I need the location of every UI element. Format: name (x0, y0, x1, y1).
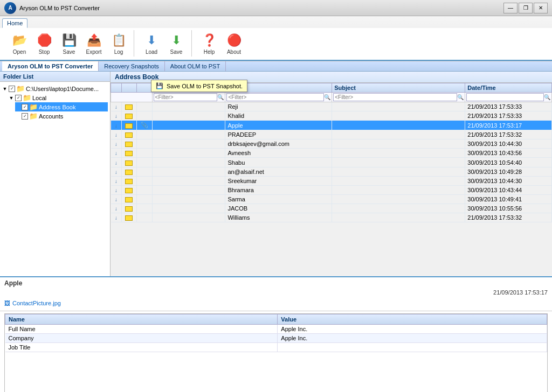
open-button[interactable]: 📂 Open (8, 30, 31, 57)
cell-attach (137, 204, 152, 213)
ribbon-tab-home[interactable]: Home (2, 18, 27, 28)
table-row[interactable]: ↓ 📎 Apple 21/09/2013 17:53:17 (111, 121, 552, 130)
email-icon (125, 206, 133, 212)
log-label: Log (114, 49, 123, 55)
tree-item-local[interactable]: ▼ 📁 Local (9, 93, 108, 102)
email-icon (125, 197, 133, 202)
cell-flag: ↓ (111, 176, 122, 185)
tree-item-address-book[interactable]: 📁 Address Book (15, 102, 108, 111)
tree-root[interactable]: ▼ 📁 C:\Users\laptop1\Docume... (2, 84, 108, 93)
cell-datetime: 30/09/2013 10:44:30 (465, 139, 552, 149)
save2-icon: ⬇ (168, 32, 185, 49)
email-icon (125, 215, 133, 221)
subtab-about[interactable]: About OLM to PST (165, 61, 226, 71)
log-button[interactable]: 📋 Log (107, 30, 130, 57)
flag-icon: ↓ (115, 206, 118, 212)
minimize-button[interactable]: — (503, 3, 518, 13)
cell-icon (121, 176, 136, 185)
export-icon: 📤 (85, 32, 102, 49)
col-header-datetime[interactable]: Date/Time (465, 83, 552, 93)
cell-from: Apple (225, 121, 332, 130)
cell-to (152, 102, 225, 111)
titlebar: A Aryson OLM to PST Converter — ❐ ✕ (0, 0, 552, 16)
table-row[interactable]: ↓ Khalid 21/09/2013 17:53:33 (111, 111, 552, 121)
table-row[interactable]: ↓ an@alsaif.net 30/09/2013 10:49:28 (111, 167, 552, 176)
maximize-button[interactable]: ❐ (519, 3, 533, 13)
tree-folder-icon-local: 📁 (23, 94, 31, 102)
save-button[interactable]: 💾 Save (57, 30, 81, 57)
table-row[interactable]: ↓ Sarma 30/09/2013 10:49:41 (111, 194, 552, 204)
table-row[interactable]: ↓ Bhramara 30/09/2013 10:43:44 (111, 185, 552, 194)
cell-from: PRADEEP (225, 130, 332, 139)
props-row: Company Apple Inc. (5, 334, 547, 343)
export-label: Export (86, 49, 102, 55)
tree-label-accounts: Accounts (39, 113, 63, 120)
prop-name: Company (5, 334, 278, 343)
props-row: Job Title (5, 343, 547, 352)
tree-checkbox-root[interactable] (9, 86, 15, 92)
cell-flag: ↓ (111, 121, 122, 130)
table-row[interactable]: ↓ Shabu 30/09/2013 10:54:40 (111, 158, 552, 167)
cell-attach: 📎 (137, 121, 152, 130)
flag-icon: ↓ (115, 150, 118, 156)
cell-flag: ↓ (111, 167, 122, 176)
filter-datetime[interactable] (466, 93, 544, 101)
filter-to[interactable] (154, 93, 218, 101)
cell-from: Reji (225, 102, 332, 111)
cell-flag: ↓ (111, 139, 122, 149)
table-row[interactable]: ↓ Williams 21/09/2013 17:53:32 (111, 213, 552, 222)
subtab-converter[interactable]: Aryson OLM to PST Converter (2, 61, 99, 71)
filter-subject[interactable] (333, 93, 457, 101)
close-button[interactable]: ✕ (534, 3, 548, 13)
flag-icon: ↓ (115, 123, 118, 129)
tree-checkbox-ab[interactable] (22, 104, 28, 110)
cell-to (152, 130, 225, 139)
load-button[interactable]: ⬇ Load (140, 30, 163, 57)
table-row[interactable]: ↓ JACOB 30/09/2013 10:55:56 (111, 204, 552, 213)
email-table-container: To From Subject Date/Time 🔍 🔍 🔍 🔍 (111, 83, 552, 223)
cell-icon (121, 167, 136, 176)
save2-button[interactable]: ⬇ Save (164, 30, 188, 57)
table-row[interactable]: ↓ PRADEEP 21/09/2013 17:53:32 (111, 130, 552, 139)
table-row[interactable]: ↓ Reji 21/09/2013 17:53:33 (111, 102, 552, 111)
table-row[interactable]: ↓ Sreekumar 30/09/2013 10:44:30 (111, 176, 552, 185)
cell-flag: ↓ (111, 213, 122, 222)
ribbon-group-actions: ⬇ Load ⬇ Save (136, 30, 192, 57)
about-button[interactable]: 🔴 About (222, 30, 246, 57)
tooltip-icon: 💾 (156, 82, 163, 89)
tree-checkbox-local[interactable] (15, 95, 22, 101)
preview-attachment[interactable]: 🖼 ContactPicture.jpg (0, 298, 552, 309)
export-button[interactable]: 📤 Export (82, 30, 106, 57)
flag-icon: ↓ (115, 215, 118, 221)
cell-attach (137, 158, 152, 167)
tree-toggle-local[interactable]: ▼ (9, 95, 14, 101)
table-row[interactable]: ↓ drbksajeev@gmail.com 30/09/2013 10:44:… (111, 139, 552, 149)
titlebar-controls[interactable]: — ❐ ✕ (503, 3, 548, 13)
tree-toggle-root[interactable]: ▼ (2, 86, 8, 92)
stop-label: Stop (39, 49, 50, 55)
preview-divider (0, 311, 552, 311)
email-icon (125, 114, 133, 119)
cell-icon (121, 158, 136, 167)
cell-attach (137, 185, 152, 194)
cell-attach (137, 139, 152, 149)
email-table: To From Subject Date/Time 🔍 🔍 🔍 🔍 (111, 83, 552, 222)
help-button[interactable]: ❓ Help (197, 30, 221, 57)
tree-item-accounts[interactable]: 📁 Accounts (15, 111, 108, 121)
cell-datetime: 21/09/2013 17:53:33 (465, 102, 552, 111)
cell-subject (332, 158, 465, 167)
props-row: Full Name Apple Inc. (5, 325, 547, 334)
cell-icon (121, 194, 136, 204)
table-row[interactable]: ↓ Avneesh 30/09/2013 10:43:56 (111, 149, 552, 158)
cell-subject (332, 204, 465, 213)
col-header-subject[interactable]: Subject (332, 83, 465, 93)
cell-attach (137, 167, 152, 176)
ribbon-tabs: Home (0, 16, 552, 28)
tree-checkbox-accounts[interactable] (22, 113, 28, 120)
filter-from[interactable] (226, 93, 324, 101)
props-col-name: Name (5, 314, 278, 325)
stop-button[interactable]: 🛑 Stop (32, 30, 56, 57)
cell-flag: ↓ (111, 102, 122, 111)
subtab-recovery[interactable]: Recovery Snapshots (99, 61, 165, 71)
ribbon: Home 📂 Open 🛑 Stop 💾 Save 📤 Export (0, 16, 552, 61)
